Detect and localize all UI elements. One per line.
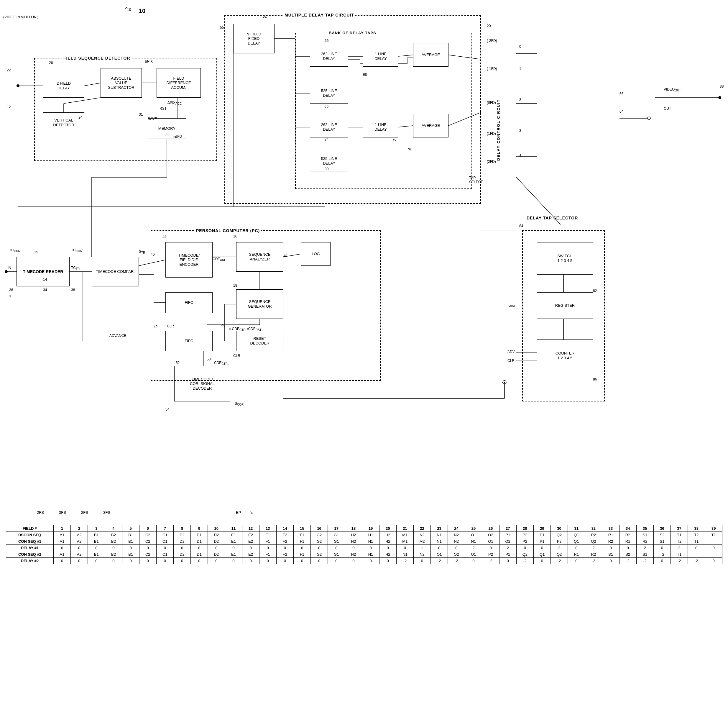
dscon-seq-row: DSCON SEQ A1A2B1B2B1C2C1D2D1D2 E1E2F1F2F… xyxy=(6,532,722,538)
col-3: 3 xyxy=(88,525,105,532)
label-2fs-2: 2FS xyxy=(81,510,88,515)
svg-point-1 xyxy=(5,270,8,273)
label-68: 68 xyxy=(363,72,367,77)
col-39: 39 xyxy=(705,525,722,532)
label-dpix-acc: ΔPIXACC xyxy=(168,101,182,105)
con-seq-1-row: CON SEQ #1 A1A2B1B2B1C2C1D2D1D2 E1E2F1F2… xyxy=(6,538,722,545)
col-5: 5 xyxy=(122,525,139,532)
label-cde: ○ CDECTRL/CDERST xyxy=(229,327,261,331)
label-0fd: (0FD) xyxy=(487,101,496,105)
label-34: 34 xyxy=(43,288,47,292)
label-adv: ADV xyxy=(507,350,515,354)
label-clr2: CLR xyxy=(233,354,240,358)
label-52: 52 xyxy=(176,361,179,365)
label-ep: EP ——↘ xyxy=(236,510,253,515)
col-12: 12 xyxy=(242,525,259,532)
delay-2-row: DELAY #2 0000000000 0000000000 -20-2-20-… xyxy=(6,558,722,564)
col-21: 21 xyxy=(396,525,413,532)
col-1: 1 xyxy=(53,525,71,532)
label-1fd-neg: (-1FD) xyxy=(487,67,497,71)
label-2fs-1: 2FS xyxy=(37,510,44,515)
label-40: 40 xyxy=(151,252,155,257)
label-10: 10 xyxy=(127,8,131,12)
label-62: 62 xyxy=(263,14,267,19)
video-in-label: (VIDEO IN VIDEO IN') xyxy=(3,15,38,20)
col-18: 18 xyxy=(345,525,362,532)
label-16: 16 xyxy=(233,234,237,238)
label-72: 72 xyxy=(325,105,328,109)
col-27: 27 xyxy=(499,525,516,532)
col-34: 34 xyxy=(619,525,636,532)
col-11: 11 xyxy=(225,525,242,532)
label-node36: ○ xyxy=(9,294,11,298)
col-22: 22 xyxy=(413,525,430,532)
num-0: 0 xyxy=(519,45,521,49)
timecode-reader-block: TIMECODE READER xyxy=(16,257,69,287)
col-8: 8 xyxy=(173,525,191,532)
col-2: 2 xyxy=(71,525,88,532)
label-dfd: ○ΔFD xyxy=(173,135,182,139)
label-20: 20 xyxy=(487,24,491,28)
label-dpix: ΔPIX xyxy=(145,59,153,64)
num-3: 3 xyxy=(519,129,521,133)
col-23: 23 xyxy=(431,525,448,532)
sequence-table: FIELD # 1 2 3 4 5 6 7 8 9 10 11 12 13 14… xyxy=(6,525,722,564)
label-88: 88 xyxy=(720,84,724,88)
label-50: 50 xyxy=(207,357,211,361)
label-18: 18 xyxy=(233,284,237,288)
label-save2: SAVE xyxy=(507,304,517,308)
svg-point-62 xyxy=(718,96,721,99)
circuit-diagram: (VIDEO IN VIDEO IN') IN 10 ↗ TIMECODE RE… xyxy=(0,0,728,501)
col-25: 25 xyxy=(465,525,482,532)
col-6: 6 xyxy=(139,525,156,532)
bank-of-delay-taps-box xyxy=(295,33,472,189)
col-26: 26 xyxy=(482,525,499,532)
col-20: 20 xyxy=(379,525,396,532)
label-31: 31 xyxy=(139,112,143,117)
col-38: 38 xyxy=(688,525,705,532)
label-clr3: CLR xyxy=(507,359,514,363)
table-section: 2FS 3FS 2FS 3FS EP ——↘ FIELD # 1 2 3 4 5… xyxy=(6,510,722,564)
personal-computer-label: PERSONAL COMPUTER (PC) xyxy=(195,228,261,233)
label-cde-ctrl: CDECTRL xyxy=(214,361,229,365)
delay-1-row: DELAY #1 0000000000 0000000000 010020200… xyxy=(6,545,722,551)
label-str: STR xyxy=(139,249,145,254)
label-56: 56 xyxy=(620,92,623,96)
label-64: 64 xyxy=(620,109,623,114)
delay-tap-selector-box xyxy=(522,230,605,401)
label-tc-tr: TCTR xyxy=(71,266,79,271)
figure-number: 10 xyxy=(139,8,145,14)
col-30: 30 xyxy=(551,525,568,532)
label-58: 58 xyxy=(501,379,506,384)
video-out-label: VIDEOOUT xyxy=(664,87,681,92)
con-seq-2-row: CON SEQ #2 A1A2B1B2B1C2C1D2D1D2 E1E2F1F2… xyxy=(6,551,722,558)
col-15: 15 xyxy=(293,525,311,532)
svg-point-7 xyxy=(16,84,19,87)
label-22: 22 xyxy=(7,68,11,72)
col-36: 36 xyxy=(653,525,670,532)
label-42: 42 xyxy=(154,325,157,329)
field-sequence-detector-label: FIELD SEQUENCE DETECTOR xyxy=(62,56,131,61)
col-19: 19 xyxy=(362,525,379,532)
label-66: 66 xyxy=(325,39,328,43)
label-82: 82 xyxy=(593,289,597,293)
label-80: 80 xyxy=(325,167,328,171)
col-header-field: FIELD # xyxy=(6,525,53,532)
col-17: 17 xyxy=(328,525,345,532)
label-2fd: (2FD) xyxy=(487,159,496,164)
num-1: 1 xyxy=(519,67,521,71)
multiple-delay-tap-circuit-label: MULTIPLE DELAY TAP CIRCUIT xyxy=(283,13,355,17)
personal-computer-box xyxy=(151,230,381,381)
col-16: 16 xyxy=(311,525,328,532)
col-9: 9 xyxy=(191,525,208,532)
label-clr1: CLR xyxy=(167,324,174,328)
label-38: 38 xyxy=(71,288,75,292)
label-76: 76 xyxy=(393,138,396,142)
label-tap-select: TAPSELECT xyxy=(469,176,483,184)
label-36: 36 xyxy=(9,288,13,292)
delay-tap-selector-label: DELAY TAP SELECTOR xyxy=(527,216,578,220)
label-2fd-neg: (-2FD) xyxy=(487,39,497,43)
col-31: 31 xyxy=(568,525,585,532)
label-3fs-1: 3FS xyxy=(59,510,66,515)
label-14: 14 xyxy=(43,278,47,282)
